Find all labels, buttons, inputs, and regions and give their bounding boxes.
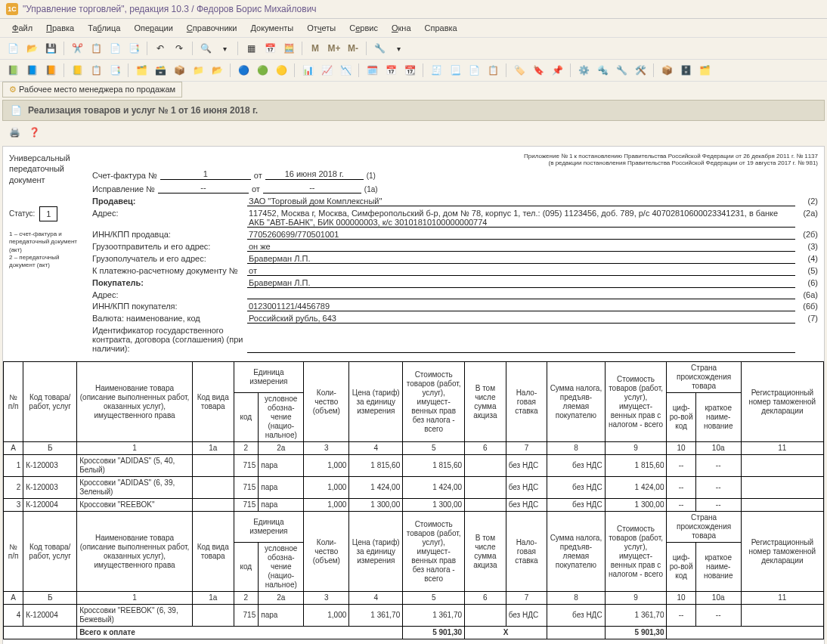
- tb2-31-icon[interactable]: 🛠️: [632, 62, 649, 79]
- tab-workspace[interactable]: ⚙ Рабочее место менеджера по продажам: [2, 82, 182, 98]
- copy2-icon[interactable]: 📑: [125, 40, 142, 57]
- tb2-13-icon[interactable]: 🟢: [254, 62, 271, 79]
- field-label: Продавец:: [92, 197, 247, 206]
- upd-sidebar: Универсальный передаточный документ Стат…: [9, 153, 85, 355]
- field-value: он же: [247, 242, 795, 252]
- field-row: Покупатель:Браверман Л.П.(6): [92, 278, 818, 288]
- new-icon[interactable]: 📄: [5, 40, 21, 57]
- main-menu: Файл Правка Таблица Операции Справочники…: [0, 19, 827, 38]
- toolbar-1: 📄 📂 💾 ✂️ 📋 📄 📑 ↶ ↷ 🔍 ▾ ▦ 📅 🧮 M M+ M- 🔧 ▾: [0, 38, 827, 60]
- menu-operations[interactable]: Операции: [128, 21, 178, 35]
- tb2-1-icon[interactable]: 📗: [5, 62, 21, 79]
- document-content: Универсальный передаточный документ Стат…: [2, 146, 825, 644]
- field-label: Грузоотправитель и его адрес:: [92, 242, 247, 252]
- menu-file[interactable]: Файл: [6, 21, 39, 35]
- upd-title: Универсальный передаточный документ: [9, 153, 85, 185]
- tb2-32-icon[interactable]: 📦: [658, 62, 675, 79]
- field-value: Российский рубль, 643: [247, 314, 795, 324]
- mminus-icon[interactable]: M-: [345, 40, 361, 57]
- signatures: Документ составлен на 2 листах Руководит…: [3, 639, 824, 644]
- m-icon[interactable]: M: [307, 40, 324, 57]
- tb2-12-icon[interactable]: 🔵: [235, 62, 252, 79]
- menu-windows[interactable]: Окна: [386, 21, 417, 35]
- tb2-21-icon[interactable]: 🧾: [428, 62, 444, 79]
- menu-edit[interactable]: Правка: [40, 21, 80, 35]
- help-icon[interactable]: ❓: [26, 124, 42, 141]
- calc2-icon[interactable]: 🧮: [280, 40, 297, 57]
- tb2-4-icon[interactable]: 📒: [69, 62, 85, 79]
- grid-icon[interactable]: ▦: [243, 40, 259, 57]
- footnote-2: 2 – передаточный документ (акт): [9, 254, 85, 270]
- menu-reports[interactable]: Отчеты: [301, 21, 342, 35]
- field-paren: (6а): [795, 290, 818, 299]
- tb2-3-icon[interactable]: 📙: [42, 62, 59, 79]
- tb2-22-icon[interactable]: 📃: [447, 62, 463, 79]
- print-icon[interactable]: 🖨️: [6, 124, 23, 141]
- tb2-25-icon[interactable]: 🏷️: [511, 62, 528, 79]
- tb2-27-icon[interactable]: 📌: [549, 62, 565, 79]
- tb2-2-icon[interactable]: 📘: [23, 62, 40, 79]
- sep: [570, 63, 571, 77]
- sep: [63, 42, 64, 55]
- tb2-10-icon[interactable]: 📁: [190, 62, 206, 79]
- tb2-8-icon[interactable]: 🗃️: [152, 62, 169, 79]
- field-row: Валюта: наименование, кодРоссийский рубл…: [92, 314, 818, 324]
- menu-service[interactable]: Сервис: [343, 21, 384, 35]
- tool-icon[interactable]: 🔧: [371, 40, 388, 57]
- tb2-16-icon[interactable]: 📈: [318, 62, 335, 79]
- copy-icon[interactable]: 📋: [88, 40, 104, 57]
- sep: [192, 42, 193, 55]
- field-row: Грузоотправитель и его адрес:он же(3): [92, 242, 818, 252]
- zoom-icon[interactable]: 🔍: [197, 40, 214, 57]
- tb2-9-icon[interactable]: 📦: [171, 62, 187, 79]
- field-value: Браверман Л.П.: [247, 278, 795, 288]
- main-column: Приложение № 1 к постановлению Правитель…: [92, 153, 818, 355]
- calendar-icon[interactable]: 📅: [262, 40, 278, 57]
- sep: [302, 42, 302, 55]
- paste-icon[interactable]: 📄: [107, 40, 123, 57]
- tb2-5-icon[interactable]: 📋: [88, 62, 104, 79]
- footnote-1: 1 – счет-фактура и передаточный документ…: [9, 231, 85, 254]
- tb2-29-icon[interactable]: 🔩: [594, 62, 611, 79]
- tb2-17-icon[interactable]: 📉: [337, 62, 354, 79]
- tb2-23-icon[interactable]: 📄: [466, 62, 482, 79]
- tb2-28-icon[interactable]: ⚙️: [575, 62, 592, 79]
- cut-icon[interactable]: ✂️: [69, 40, 85, 57]
- dd-icon[interactable]: ▾: [390, 40, 407, 57]
- tb2-20-icon[interactable]: 📆: [401, 62, 418, 79]
- tb2-24-icon[interactable]: 📋: [485, 62, 501, 79]
- items-table-2: № п/п Код товара/ работ, услуг Наименова…: [3, 511, 824, 639]
- window-title: "Управление торговлей", редакция 10.3 / …: [23, 4, 317, 14]
- sep: [506, 63, 506, 77]
- tb2-19-icon[interactable]: 📅: [383, 62, 399, 79]
- menu-catalogs[interactable]: Справочники: [181, 21, 243, 35]
- tb2-18-icon[interactable]: 🗓️: [364, 62, 380, 79]
- menu-help[interactable]: Справка: [419, 21, 463, 35]
- field-paren: (6б): [795, 302, 818, 311]
- tb2-26-icon[interactable]: 🔖: [530, 62, 547, 79]
- items-table-1: № п/п Код товара/ работ, услуг Наименова…: [3, 361, 824, 512]
- field-label: Адрес:: [92, 290, 247, 299]
- redo-icon[interactable]: ↷: [171, 40, 187, 57]
- menu-table[interactable]: Таблица: [82, 21, 126, 35]
- menu-documents[interactable]: Документы: [245, 21, 300, 35]
- sf-paren: (1): [367, 172, 376, 180]
- tb2-34-icon[interactable]: 🗂️: [696, 62, 713, 79]
- tb2-11-icon[interactable]: 📂: [209, 62, 225, 79]
- sep: [237, 42, 238, 55]
- tb2-7-icon[interactable]: 🗂️: [133, 62, 150, 79]
- tab-row: ⚙ Рабочее место менеджера по продажам: [0, 82, 827, 100]
- tb2-33-icon[interactable]: 🗄️: [677, 62, 694, 79]
- tb2-30-icon[interactable]: 🔧: [613, 62, 630, 79]
- tb2-6-icon[interactable]: 📑: [107, 62, 123, 79]
- open-icon[interactable]: 📂: [23, 40, 40, 57]
- doc-icon: 📄: [11, 105, 22, 116]
- regulation-note: Приложение № 1 к постановлению Правитель…: [92, 153, 818, 166]
- tb2-15-icon[interactable]: 📊: [299, 62, 316, 79]
- field-label: Покупатель:: [92, 278, 247, 288]
- mplus-icon[interactable]: M+: [326, 40, 342, 57]
- tb2-14-icon[interactable]: 🟡: [273, 62, 290, 79]
- calc-icon[interactable]: ▾: [216, 40, 233, 57]
- undo-icon[interactable]: ↶: [152, 40, 169, 57]
- save-icon[interactable]: 💾: [42, 40, 59, 57]
